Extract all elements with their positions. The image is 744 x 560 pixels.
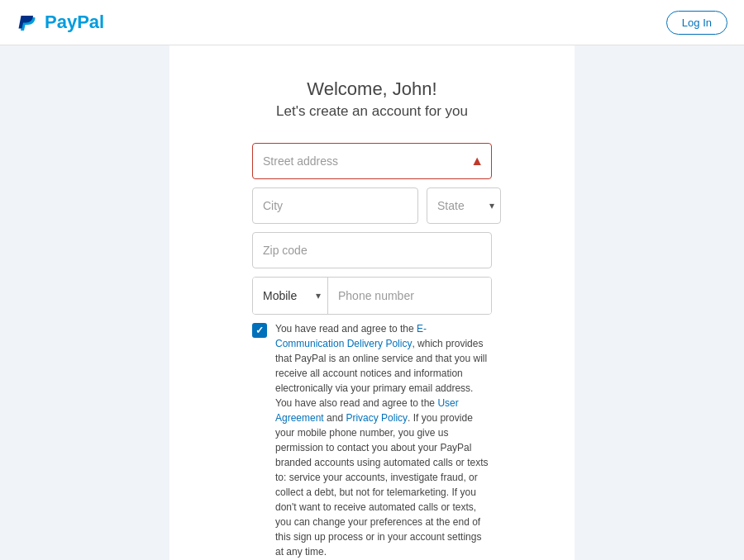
- agreement-section: You have read and agree to the E-Communi…: [252, 321, 492, 559]
- main-content: Welcome, John! Let's create an account f…: [169, 45, 575, 560]
- state-select[interactable]: State AL AK CA NY TX FL: [427, 187, 501, 224]
- agreement-checkbox[interactable]: [252, 323, 267, 338]
- signup-form: ▲ State AL AK CA NY TX FL ▾: [252, 143, 492, 315]
- zip-code-input[interactable]: [252, 232, 492, 268]
- street-address-input[interactable]: [252, 143, 492, 179]
- phone-row: Mobile Home Work ▾: [252, 277, 492, 315]
- login-button[interactable]: Log In: [666, 11, 727, 35]
- paypal-logo-icon: [17, 11, 40, 34]
- mobile-select-wrapper: Mobile Home Work ▾: [253, 278, 328, 314]
- welcome-subtitle: Let's create an account for you: [276, 103, 468, 120]
- side-panel-right: [575, 45, 744, 560]
- paypal-logo-text: PayPal: [45, 12, 104, 33]
- phone-number-input[interactable]: [328, 278, 492, 314]
- state-select-wrapper: State AL AK CA NY TX FL ▾: [427, 187, 501, 224]
- mobile-type-select[interactable]: Mobile Home Work: [253, 278, 327, 314]
- side-panel-left: [0, 45, 169, 560]
- agreement-checkbox-wrapper[interactable]: [252, 323, 267, 559]
- header: PayPal Log In: [0, 0, 744, 45]
- city-input[interactable]: [252, 187, 418, 224]
- agreement-text: You have read and agree to the E-Communi…: [275, 321, 492, 559]
- welcome-title: Welcome, John!: [307, 78, 436, 100]
- error-icon: ▲: [470, 154, 484, 168]
- street-address-wrapper: ▲: [252, 143, 492, 179]
- paypal-logo: PayPal: [17, 11, 104, 34]
- city-state-row: State AL AK CA NY TX FL ▾: [252, 187, 492, 224]
- privacy-policy-link[interactable]: Privacy Policy: [346, 412, 408, 424]
